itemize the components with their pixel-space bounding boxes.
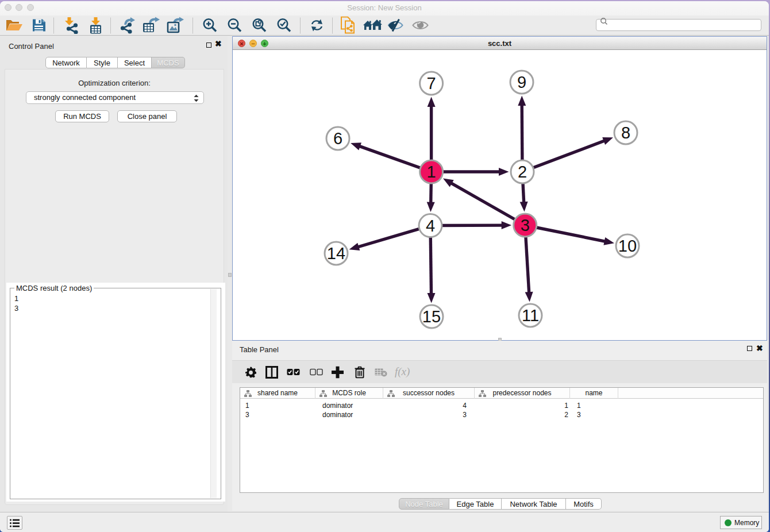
svg-text:9: 9	[517, 73, 526, 91]
svg-text:2: 2	[518, 163, 527, 181]
svg-text:14: 14	[327, 244, 345, 263]
svg-text:8: 8	[621, 124, 630, 142]
svg-text:11: 11	[522, 306, 539, 325]
svg-text:1: 1	[427, 163, 436, 181]
svg-text:15: 15	[422, 307, 441, 326]
svg-text:7: 7	[427, 74, 436, 92]
svg-text:4: 4	[426, 217, 435, 235]
svg-text:3: 3	[521, 216, 530, 234]
svg-text:6: 6	[333, 129, 342, 148]
svg-text:10: 10	[618, 237, 637, 255]
